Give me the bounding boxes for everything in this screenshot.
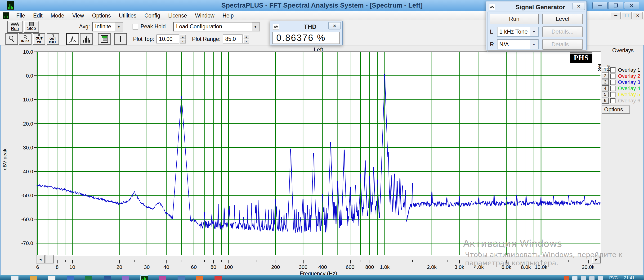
opera-icon[interactable]	[214, 276, 222, 280]
menu-item-file[interactable]: File	[12, 11, 29, 20]
tray-stack-icon[interactable]	[589, 276, 594, 280]
menu-item-license[interactable]: License	[164, 11, 191, 20]
folder-icon[interactable]	[30, 276, 37, 280]
x-minor-tick	[204, 260, 205, 262]
start-bar-icon[interactable]	[11, 276, 18, 280]
scroll-thumb[interactable]	[46, 256, 54, 263]
excel-icon[interactable]	[85, 276, 92, 280]
zoom-out-2x-button[interactable]: OUT 2X	[33, 33, 45, 44]
x-minor-tick	[100, 260, 100, 262]
peak-hold-checkbox[interactable]	[132, 24, 138, 29]
x-minor-tick	[568, 260, 569, 262]
overlay-on-checkbox-2[interactable]	[610, 73, 616, 79]
chevron-down-icon[interactable]: ▼	[114, 22, 123, 31]
clock[interactable]: 21:41	[624, 276, 634, 280]
stop-button[interactable]: Stop	[24, 21, 39, 32]
tray-display-icon[interactable]	[581, 276, 586, 280]
marker-button[interactable]	[114, 33, 126, 44]
scroll-left-button[interactable]: ◄	[36, 256, 44, 263]
avg-select[interactable]: Infinite ▼	[92, 22, 123, 31]
tray-network-icon[interactable]	[598, 276, 603, 280]
left-details-button[interactable]: Details...	[542, 26, 583, 37]
menu-item-window[interactable]: Window	[191, 11, 218, 20]
zoom-out-full-button[interactable]: OUT FULL	[47, 33, 59, 44]
mdi-minimize-icon[interactable]: ─	[611, 12, 621, 19]
x-tick-label: 100	[224, 264, 233, 270]
left-signal-select[interactable]: 1 kHz Tone ▼	[497, 27, 539, 37]
right-signal-select[interactable]: N/A ▼	[497, 39, 539, 49]
plot-top-input[interactable]: 10.00	[156, 34, 179, 43]
overlay-options-button[interactable]: Options...	[602, 105, 630, 113]
generator-run-button[interactable]: Run	[490, 14, 539, 24]
app-purple-icon[interactable]	[122, 276, 129, 280]
load-configuration-select[interactable]: Load Configuration ▼	[173, 22, 260, 31]
x-minor-tick	[360, 260, 361, 262]
overlay-on-checkbox-3[interactable]	[610, 80, 616, 85]
app-doc-icon[interactable]	[178, 276, 185, 280]
restore-icon[interactable]: ❐	[608, 2, 624, 9]
overlay-set-button-5[interactable]: 5	[602, 92, 608, 97]
close-icon[interactable]: ✕	[572, 2, 585, 10]
generator-level-button[interactable]: Level	[542, 14, 583, 24]
y-tick	[34, 147, 36, 148]
app-blue-m-icon[interactable]	[67, 276, 74, 280]
overlay-label: Overlay 1	[618, 67, 640, 73]
menu-item-config[interactable]: Config	[140, 11, 164, 20]
y-axis-label: dBV peak	[2, 145, 8, 174]
menu-item-view[interactable]: View	[68, 11, 88, 20]
y-tick	[34, 243, 36, 243]
plot-range-input[interactable]: 85.0	[223, 34, 243, 43]
zoom-button[interactable]	[6, 33, 18, 44]
chevron-down-icon[interactable]: ▼	[530, 27, 538, 36]
close-icon[interactable]: ✕	[624, 2, 639, 9]
language-indicator[interactable]: РУС	[609, 276, 618, 280]
mdi-close-icon[interactable]: ✕	[633, 12, 642, 19]
tray-volume-icon[interactable]	[572, 276, 578, 280]
menu-item-utilities[interactable]: Utilities	[115, 11, 140, 20]
overlay-on-checkbox-5[interactable]	[610, 92, 616, 97]
spectrum-plot[interactable]	[36, 52, 600, 255]
firefox-icon[interactable]	[196, 276, 203, 280]
close-icon[interactable]: ✕	[328, 22, 341, 30]
left-channel-row: L 1 kHz Tone ▼	[490, 26, 539, 37]
overlay-on-checkbox-4[interactable]	[610, 86, 616, 91]
x-tick	[459, 260, 460, 264]
overlay-set-button-3[interactable]: 3	[602, 79, 608, 85]
display-settings-button[interactable]	[98, 33, 110, 44]
x-tick	[57, 260, 58, 264]
zoom-in-2x-button[interactable]: IN 2X	[20, 33, 31, 44]
app-white-icon[interactable]	[48, 276, 56, 280]
overlay-set-button-4[interactable]: 4	[602, 86, 608, 91]
spectrum-view-button[interactable]	[67, 33, 78, 44]
minimize-icon[interactable]: ─	[592, 2, 608, 9]
spectraplus-icon[interactable]	[141, 276, 148, 280]
overlay-on-checkbox-6[interactable]	[610, 98, 616, 103]
overlay-row: 5Overlay 5	[602, 91, 644, 97]
plot-top-spinner[interactable]: ▲▼	[180, 34, 186, 43]
menu-item-help[interactable]: Help	[218, 11, 238, 20]
mdi-restore-icon[interactable]: ❐	[622, 12, 632, 19]
x-tick	[119, 260, 120, 264]
x-tick	[72, 260, 73, 264]
x-tick	[370, 260, 370, 264]
bar-view-button[interactable]	[80, 33, 92, 44]
media-app-icon[interactable]	[159, 276, 166, 280]
overlay-set-button-2[interactable]: 2	[602, 73, 608, 79]
chevron-down-icon[interactable]: ▼	[251, 22, 259, 31]
child-window-icon[interactable]	[3, 12, 9, 19]
x-tick-label: 6	[36, 264, 39, 270]
tray-flame-icon[interactable]	[564, 276, 569, 280]
y-tick-label: -20.0	[13, 121, 33, 127]
word-icon[interactable]	[104, 276, 111, 280]
overlay-set-button-6[interactable]: 6	[602, 98, 608, 103]
chevron-down-icon[interactable]: ▼	[530, 40, 538, 49]
x-tick-label: 60	[191, 264, 197, 270]
plot-range-spinner[interactable]: ▲▼	[243, 34, 249, 43]
run-button[interactable]: Run	[8, 21, 22, 32]
menu-item-edit[interactable]: Edit	[29, 11, 47, 20]
right-details-button[interactable]: Details...	[542, 39, 583, 50]
x-tick-label: 10	[69, 264, 75, 270]
signal-generator-title: Signal Generator	[495, 3, 585, 11]
menu-item-options[interactable]: Options	[88, 11, 115, 20]
menu-item-mode[interactable]: Mode	[47, 11, 68, 20]
